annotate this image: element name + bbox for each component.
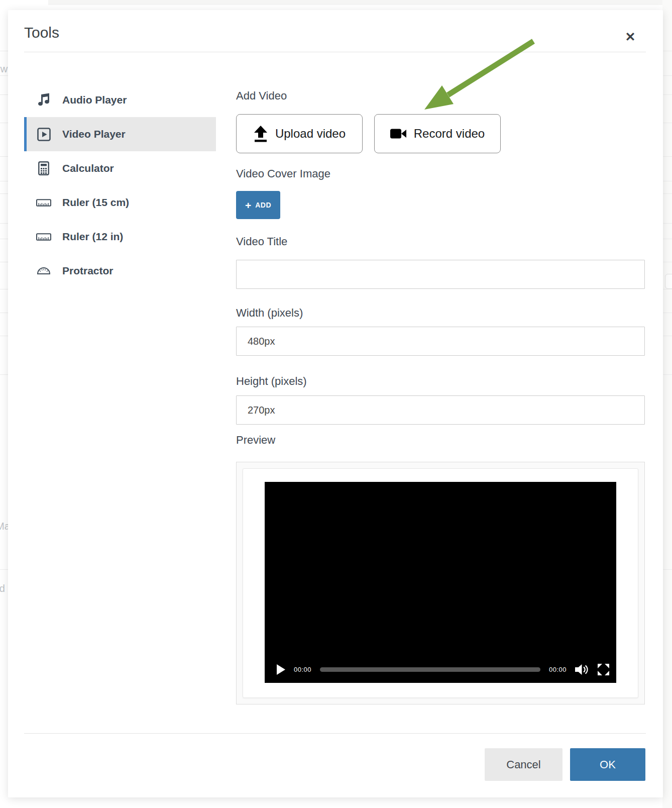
sidebar-item-label: Protractor — [62, 265, 114, 277]
ok-button[interactable]: OK — [570, 748, 645, 781]
fullscreen-icon[interactable] — [598, 664, 609, 675]
video-player: 00:00 00:00 — [265, 482, 616, 683]
video-title-input[interactable] — [236, 260, 645, 289]
sidebar-item-label: Ruler (12 in) — [62, 231, 123, 243]
sidebar-item-protractor[interactable]: Protractor — [24, 254, 216, 288]
sidebar-item-calculator[interactable]: Calculator — [24, 151, 216, 185]
audio-note-icon — [36, 93, 51, 107]
current-time: 00:00 — [294, 666, 311, 673]
add-video-label: Add Video — [236, 89, 287, 103]
upload-icon — [253, 126, 268, 142]
background-band — [48, 0, 672, 5]
preview-container: 00:00 00:00 — [236, 462, 645, 704]
close-icon[interactable]: ✕ — [622, 28, 639, 45]
upload-video-button[interactable]: Upload video — [236, 114, 363, 153]
sidebar-item-label: Video Player — [62, 128, 126, 140]
record-video-label: Record video — [414, 127, 485, 141]
play-icon[interactable] — [277, 664, 285, 675]
add-cover-image-button[interactable]: + ADD — [236, 191, 280, 219]
video-controls: 00:00 00:00 — [277, 664, 609, 675]
record-video-button[interactable]: Record video — [374, 114, 501, 153]
preview-label: Preview — [236, 434, 275, 447]
sidebar-item-video-player[interactable]: Video Player — [24, 117, 216, 151]
width-label: Width (pixels) — [236, 307, 303, 320]
page: rw Ma rd Tools ✕ Audio Player — [0, 0, 672, 808]
background-button-fragment — [665, 274, 672, 289]
volume-icon[interactable] — [575, 664, 589, 675]
header-divider — [24, 52, 646, 52]
height-input[interactable] — [236, 395, 645, 425]
sidebar-item-ruler-15cm[interactable]: Ruler (15 cm) — [24, 185, 216, 220]
footer-divider — [24, 733, 646, 734]
calculator-icon — [36, 161, 51, 175]
sidebar-item-audio-player[interactable]: Audio Player — [24, 83, 216, 117]
sidebar-item-label: Calculator — [62, 162, 114, 174]
sidebar-item-ruler-12in[interactable]: Ruler (12 in) — [24, 220, 216, 254]
dialog-title: Tools — [24, 24, 59, 41]
video-cover-image-label: Video Cover Image — [236, 167, 330, 180]
height-label: Height (pixels) — [236, 375, 307, 388]
ruler-icon — [36, 199, 51, 207]
tools-dialog: Tools ✕ Audio Player — [8, 10, 663, 797]
video-camera-icon — [390, 128, 407, 140]
background-text-fragment: rw — [0, 63, 8, 75]
sidebar-item-label: Audio Player — [62, 94, 127, 106]
background-strip — [662, 0, 672, 808]
sidebar-item-label: Ruler (15 cm) — [62, 196, 129, 209]
add-button-label: ADD — [255, 201, 271, 209]
background-text-fragment: rd — [0, 583, 5, 594]
plus-icon: + — [245, 200, 251, 211]
ruler-icon — [36, 233, 51, 241]
duration-time: 00:00 — [549, 666, 567, 673]
upload-video-label: Upload video — [275, 127, 346, 141]
width-input[interactable] — [236, 327, 645, 356]
protractor-icon — [36, 267, 51, 275]
progress-bar[interactable] — [320, 667, 540, 672]
preview-card: 00:00 00:00 — [243, 468, 638, 698]
tools-sidebar: Audio Player Video Player — [24, 83, 216, 288]
video-player-icon — [36, 128, 51, 141]
cancel-button[interactable]: Cancel — [485, 748, 563, 781]
video-title-label: Video Title — [236, 235, 287, 248]
